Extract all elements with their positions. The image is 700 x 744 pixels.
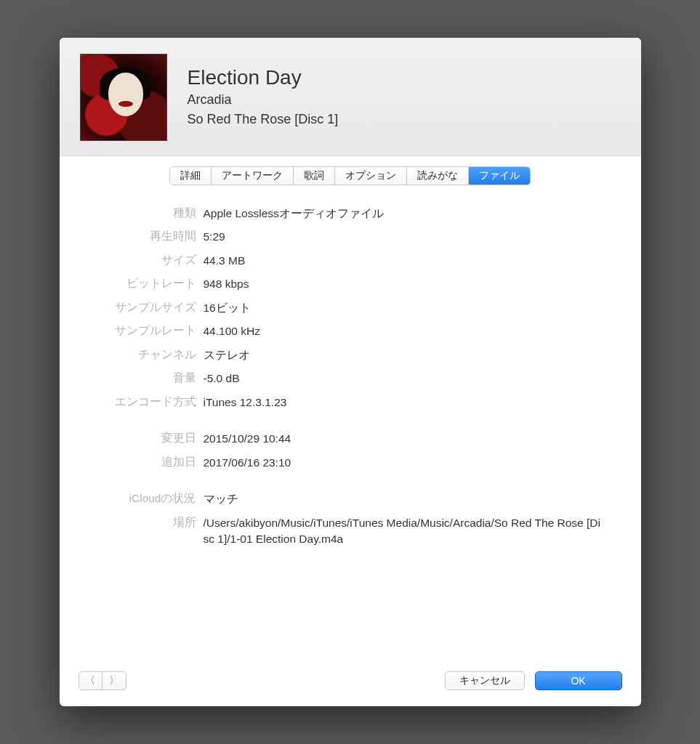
location-label: 場所 — [94, 515, 204, 530]
size-label: サイズ — [94, 253, 204, 268]
footer: 〈 〉 キャンセル OK — [60, 661, 641, 706]
bitrate-label: ビットレート — [94, 276, 204, 291]
tab-yomi[interactable]: 読みがな — [407, 167, 469, 185]
album-name: So Red The Rose [Disc 1] — [188, 110, 339, 129]
tab-artwork[interactable]: アートワーク — [212, 167, 294, 185]
samplerate-label: サンプルレート — [94, 323, 204, 339]
kind-label: 種類 — [94, 206, 204, 221]
modified-value: 2015/10/29 10:44 — [204, 431, 606, 447]
tab-lyrics[interactable]: 歌詞 — [294, 167, 335, 185]
tab-bar-container: 詳細 アートワーク 歌詞 オプション 読みがな ファイル — [60, 156, 641, 191]
artist-name: Arcadia — [188, 91, 339, 109]
volume-label: 音量 — [94, 371, 204, 386]
size-value: 44.3 MB — [204, 253, 606, 269]
tab-file[interactable]: ファイル — [469, 167, 530, 185]
icloud-label: iCloudの状況 — [94, 491, 204, 506]
title-block: Election Day Arcadia So Red The Rose [Di… — [188, 66, 339, 129]
song-title: Election Day — [188, 66, 339, 89]
duration-value: 5:29 — [204, 229, 606, 245]
volume-value: -5.0 dB — [204, 371, 606, 387]
nav-segment: 〈 〉 — [79, 671, 126, 690]
encoder-value: iTunes 12.3.1.23 — [204, 395, 606, 411]
samplerate-value: 44.100 kHz — [204, 323, 606, 339]
samplesize-label: サンプルサイズ — [94, 300, 204, 315]
album-artwork — [80, 54, 167, 141]
header: Election Day Arcadia So Red The Rose [Di… — [60, 38, 641, 156]
chevron-left-icon: 〈 — [85, 674, 95, 687]
next-button[interactable]: 〉 — [102, 672, 126, 690]
kind-value: Apple Losslessオーディオファイル — [204, 206, 606, 222]
icloud-value: マッチ — [204, 491, 606, 507]
tab-options[interactable]: オプション — [335, 167, 407, 185]
channels-value: ステレオ — [204, 347, 606, 363]
cancel-button[interactable]: キャンセル — [445, 671, 525, 690]
encoder-label: エンコード方式 — [94, 395, 204, 410]
content: 種類Apple Losslessオーディオファイル 再生時間5:29 サイズ44… — [60, 191, 641, 661]
prev-button[interactable]: 〈 — [79, 672, 102, 690]
channels-label: チャンネル — [94, 347, 204, 363]
location-value: /Users/akibyon/Music/iTunes/iTunes Media… — [204, 515, 606, 548]
ok-button[interactable]: OK — [535, 671, 622, 690]
chevron-right-icon: 〉 — [109, 674, 119, 687]
added-label: 追加日 — [94, 455, 204, 470]
samplesize-value: 16ビット — [204, 300, 606, 316]
duration-label: 再生時間 — [94, 229, 204, 244]
info-window: Election Day Arcadia So Red The Rose [Di… — [60, 38, 641, 706]
modified-label: 変更日 — [94, 431, 204, 446]
tab-bar: 詳細 アートワーク 歌詞 オプション 読みがな ファイル — [169, 166, 531, 185]
tab-details[interactable]: 詳細 — [170, 167, 212, 185]
bitrate-value: 948 kbps — [204, 276, 606, 292]
added-value: 2017/06/16 23:10 — [204, 455, 606, 471]
